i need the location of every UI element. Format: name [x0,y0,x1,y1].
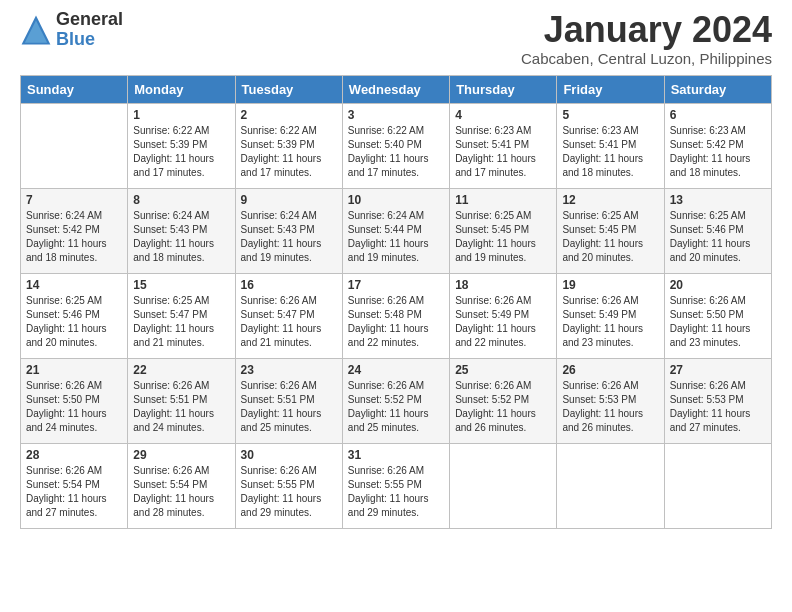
day-info: Sunrise: 6:25 AMSunset: 5:46 PMDaylight:… [26,294,122,350]
day-number: 17 [348,278,444,292]
day-info: Sunrise: 6:24 AMSunset: 5:43 PMDaylight:… [133,209,229,265]
calendar-cell: 17Sunrise: 6:26 AMSunset: 5:48 PMDayligh… [342,273,449,358]
day-number: 13 [670,193,766,207]
day-number: 6 [670,108,766,122]
day-number: 18 [455,278,551,292]
day-info: Sunrise: 6:26 AMSunset: 5:49 PMDaylight:… [562,294,658,350]
day-number: 24 [348,363,444,377]
calendar-cell: 28Sunrise: 6:26 AMSunset: 5:54 PMDayligh… [21,443,128,528]
day-info: Sunrise: 6:22 AMSunset: 5:40 PMDaylight:… [348,124,444,180]
calendar-cell: 26Sunrise: 6:26 AMSunset: 5:53 PMDayligh… [557,358,664,443]
week-row-2: 7Sunrise: 6:24 AMSunset: 5:42 PMDaylight… [21,188,772,273]
calendar-body: 1Sunrise: 6:22 AMSunset: 5:39 PMDaylight… [21,103,772,528]
day-info: Sunrise: 6:24 AMSunset: 5:44 PMDaylight:… [348,209,444,265]
day-number: 10 [348,193,444,207]
day-number: 11 [455,193,551,207]
week-row-5: 28Sunrise: 6:26 AMSunset: 5:54 PMDayligh… [21,443,772,528]
day-header-wednesday: Wednesday [342,75,449,103]
calendar-cell: 25Sunrise: 6:26 AMSunset: 5:52 PMDayligh… [450,358,557,443]
day-info: Sunrise: 6:26 AMSunset: 5:53 PMDaylight:… [562,379,658,435]
day-info: Sunrise: 6:26 AMSunset: 5:55 PMDaylight:… [348,464,444,520]
calendar-cell: 24Sunrise: 6:26 AMSunset: 5:52 PMDayligh… [342,358,449,443]
day-number: 1 [133,108,229,122]
calendar-cell [21,103,128,188]
calendar-cell: 30Sunrise: 6:26 AMSunset: 5:55 PMDayligh… [235,443,342,528]
calendar-cell: 9Sunrise: 6:24 AMSunset: 5:43 PMDaylight… [235,188,342,273]
day-info: Sunrise: 6:22 AMSunset: 5:39 PMDaylight:… [133,124,229,180]
calendar-cell: 22Sunrise: 6:26 AMSunset: 5:51 PMDayligh… [128,358,235,443]
day-info: Sunrise: 6:25 AMSunset: 5:46 PMDaylight:… [670,209,766,265]
day-number: 16 [241,278,337,292]
day-info: Sunrise: 6:26 AMSunset: 5:52 PMDaylight:… [455,379,551,435]
day-number: 5 [562,108,658,122]
calendar-cell: 29Sunrise: 6:26 AMSunset: 5:54 PMDayligh… [128,443,235,528]
day-number: 15 [133,278,229,292]
calendar-cell [664,443,771,528]
day-number: 25 [455,363,551,377]
calendar-cell: 6Sunrise: 6:23 AMSunset: 5:42 PMDaylight… [664,103,771,188]
calendar-table: SundayMondayTuesdayWednesdayThursdayFrid… [20,75,772,529]
week-row-3: 14Sunrise: 6:25 AMSunset: 5:46 PMDayligh… [21,273,772,358]
day-header-thursday: Thursday [450,75,557,103]
calendar-cell: 11Sunrise: 6:25 AMSunset: 5:45 PMDayligh… [450,188,557,273]
day-header-saturday: Saturday [664,75,771,103]
calendar-cell: 13Sunrise: 6:25 AMSunset: 5:46 PMDayligh… [664,188,771,273]
calendar-cell: 20Sunrise: 6:26 AMSunset: 5:50 PMDayligh… [664,273,771,358]
calendar-cell: 14Sunrise: 6:25 AMSunset: 5:46 PMDayligh… [21,273,128,358]
day-info: Sunrise: 6:26 AMSunset: 5:51 PMDaylight:… [133,379,229,435]
logo-blue: Blue [56,30,123,50]
day-info: Sunrise: 6:26 AMSunset: 5:52 PMDaylight:… [348,379,444,435]
day-info: Sunrise: 6:25 AMSunset: 5:47 PMDaylight:… [133,294,229,350]
day-info: Sunrise: 6:26 AMSunset: 5:48 PMDaylight:… [348,294,444,350]
day-number: 7 [26,193,122,207]
day-info: Sunrise: 6:26 AMSunset: 5:55 PMDaylight:… [241,464,337,520]
day-header-sunday: Sunday [21,75,128,103]
day-info: Sunrise: 6:26 AMSunset: 5:50 PMDaylight:… [26,379,122,435]
page-header: General Blue January 2024 Cabcaben, Cent… [20,10,772,67]
day-info: Sunrise: 6:26 AMSunset: 5:53 PMDaylight:… [670,379,766,435]
day-number: 23 [241,363,337,377]
logo: General Blue [20,10,123,50]
day-info: Sunrise: 6:23 AMSunset: 5:41 PMDaylight:… [455,124,551,180]
header-row: SundayMondayTuesdayWednesdayThursdayFrid… [21,75,772,103]
general-blue-icon [20,14,52,46]
day-number: 28 [26,448,122,462]
calendar-cell: 3Sunrise: 6:22 AMSunset: 5:40 PMDaylight… [342,103,449,188]
day-number: 4 [455,108,551,122]
calendar-cell: 1Sunrise: 6:22 AMSunset: 5:39 PMDaylight… [128,103,235,188]
calendar-cell: 10Sunrise: 6:24 AMSunset: 5:44 PMDayligh… [342,188,449,273]
day-header-monday: Monday [128,75,235,103]
day-info: Sunrise: 6:23 AMSunset: 5:42 PMDaylight:… [670,124,766,180]
day-number: 27 [670,363,766,377]
day-number: 20 [670,278,766,292]
day-info: Sunrise: 6:24 AMSunset: 5:43 PMDaylight:… [241,209,337,265]
calendar-cell: 2Sunrise: 6:22 AMSunset: 5:39 PMDaylight… [235,103,342,188]
calendar-cell: 4Sunrise: 6:23 AMSunset: 5:41 PMDaylight… [450,103,557,188]
day-number: 31 [348,448,444,462]
day-number: 22 [133,363,229,377]
day-info: Sunrise: 6:24 AMSunset: 5:42 PMDaylight:… [26,209,122,265]
calendar-header: SundayMondayTuesdayWednesdayThursdayFrid… [21,75,772,103]
day-number: 2 [241,108,337,122]
day-number: 8 [133,193,229,207]
day-number: 3 [348,108,444,122]
calendar-cell: 19Sunrise: 6:26 AMSunset: 5:49 PMDayligh… [557,273,664,358]
day-info: Sunrise: 6:26 AMSunset: 5:50 PMDaylight:… [670,294,766,350]
location: Cabcaben, Central Luzon, Philippines [521,50,772,67]
day-info: Sunrise: 6:26 AMSunset: 5:47 PMDaylight:… [241,294,337,350]
calendar-cell [450,443,557,528]
calendar-cell: 31Sunrise: 6:26 AMSunset: 5:55 PMDayligh… [342,443,449,528]
day-info: Sunrise: 6:26 AMSunset: 5:54 PMDaylight:… [26,464,122,520]
day-info: Sunrise: 6:25 AMSunset: 5:45 PMDaylight:… [562,209,658,265]
calendar-cell: 7Sunrise: 6:24 AMSunset: 5:42 PMDaylight… [21,188,128,273]
day-info: Sunrise: 6:25 AMSunset: 5:45 PMDaylight:… [455,209,551,265]
calendar-cell [557,443,664,528]
calendar-cell: 18Sunrise: 6:26 AMSunset: 5:49 PMDayligh… [450,273,557,358]
calendar-cell: 15Sunrise: 6:25 AMSunset: 5:47 PMDayligh… [128,273,235,358]
title-section: January 2024 Cabcaben, Central Luzon, Ph… [521,10,772,67]
day-number: 30 [241,448,337,462]
day-number: 26 [562,363,658,377]
day-info: Sunrise: 6:26 AMSunset: 5:51 PMDaylight:… [241,379,337,435]
day-number: 9 [241,193,337,207]
calendar-cell: 23Sunrise: 6:26 AMSunset: 5:51 PMDayligh… [235,358,342,443]
